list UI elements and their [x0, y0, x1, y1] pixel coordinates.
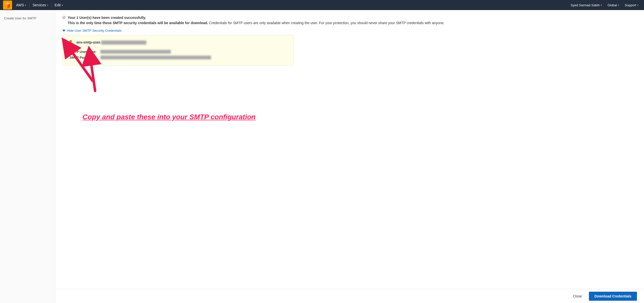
toggle-credentials-link[interactable]: Hide User SMTP Security Credentials — [62, 29, 637, 32]
credentials-card: ses-smtp-user. SMTP Username: — [62, 35, 294, 66]
smtp-password-value — [100, 55, 289, 60]
user-chevron-icon: ▾ — [601, 4, 602, 7]
sidebar: Create User for SMTP — [0, 10, 55, 303]
close-button[interactable]: Close — [569, 292, 585, 300]
aws-logo — [3, 1, 12, 10]
top-nav: AWS ▾ Services ▾ Edit ▾ Syed Sarmad Sabi… — [0, 0, 644, 10]
smtp-password-row: SMTP Password: — [68, 55, 289, 60]
user-menu-button[interactable]: Syed Sarmad Sabih ▾ — [568, 0, 605, 10]
bottom-bar: Close Download Credentials — [55, 289, 644, 303]
support-chevron-icon: ▾ — [637, 4, 638, 7]
blurred-smtp-username — [100, 50, 171, 54]
edit-chevron-icon: ▾ — [62, 4, 63, 7]
credentials-table: SMTP Username: SMTP Password: — [68, 49, 289, 60]
page-layout: Create User for SMTP ☑ Your 1 User(s) ha… — [0, 10, 644, 303]
aws-button[interactable]: AWS ▾ — [14, 0, 29, 10]
aws-chevron-icon: ▾ — [25, 4, 26, 7]
annotation-text: Copy and paste these into your SMTP conf… — [83, 113, 256, 121]
smtp-username-value — [100, 49, 289, 55]
success-message: Your 1 User(s) have been created success… — [68, 15, 445, 26]
sidebar-title: Create User for SMTP — [4, 16, 51, 21]
blurred-username — [101, 41, 146, 45]
success-banner: ☑ Your 1 User(s) have been created succe… — [62, 15, 637, 26]
region-button[interactable]: Global ▾ — [605, 0, 622, 10]
annotation-area: Copy and paste these into your SMTP conf… — [62, 71, 637, 126]
smtp-password-label: SMTP Password: — [68, 55, 100, 60]
smtp-username-row: SMTP Username: — [68, 49, 289, 55]
support-button[interactable]: Support ▾ — [622, 0, 641, 10]
region-chevron-icon: ▾ — [618, 4, 619, 7]
nav-separator-2 — [51, 3, 52, 8]
success-checkbox-icon: ☑ — [62, 15, 66, 19]
svg-point-4 — [69, 40, 72, 43]
services-chevron-icon: ▾ — [47, 4, 48, 7]
hide-credentials-link[interactable]: Hide User SMTP Security Credentials — [67, 29, 122, 32]
smtp-username-label: SMTP Username: — [68, 49, 100, 55]
main-content: ☑ Your 1 User(s) have been created succe… — [55, 10, 644, 303]
nav-right: Syed Sarmad Sabih ▾ Global ▾ Support ▾ — [568, 0, 641, 10]
bottom-spacer — [62, 126, 637, 141]
nav-separator — [29, 3, 29, 8]
card-header: ses-smtp-user. — [68, 39, 289, 45]
triangle-down-icon — [62, 30, 65, 32]
edit-button[interactable]: Edit ▾ — [52, 0, 65, 10]
services-button[interactable]: Services ▾ — [30, 0, 51, 10]
download-credentials-button[interactable]: Download Credentials — [589, 292, 637, 301]
blurred-smtp-password — [100, 56, 211, 59]
user-icon — [68, 39, 74, 45]
warning-text: This is the only time these SMTP securit… — [68, 21, 445, 25]
card-username: ses-smtp-user. — [76, 40, 146, 45]
